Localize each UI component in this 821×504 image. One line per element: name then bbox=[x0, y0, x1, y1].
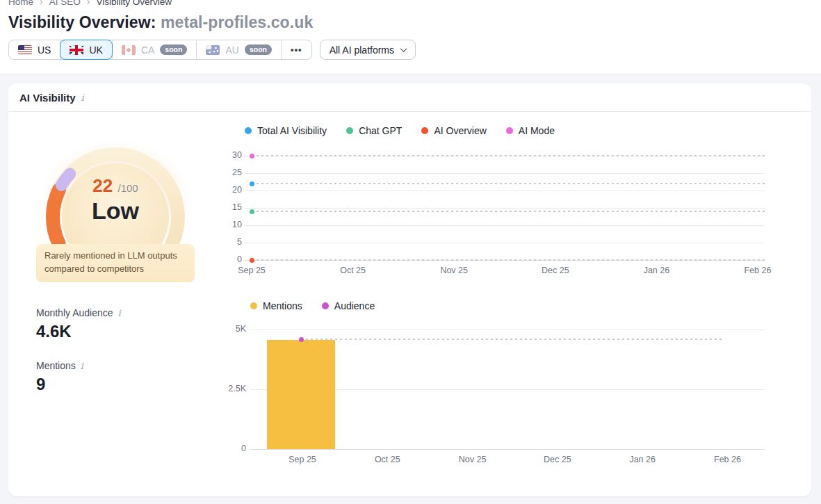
audience-legend-dot-icon bbox=[322, 302, 329, 309]
total-ai-visibility-point[interactable] bbox=[250, 181, 254, 186]
soon-badge: soon bbox=[160, 44, 187, 56]
ai-mode-projection-line bbox=[257, 155, 765, 156]
legend-item-total-ai-visibility[interactable]: Total AI Visibility bbox=[245, 125, 327, 136]
breadcrumb-home[interactable]: Home bbox=[8, 0, 33, 7]
tab-us[interactable]: US bbox=[9, 40, 60, 59]
breadcrumb-separator-icon: › bbox=[40, 0, 43, 7]
ai-mode-legend-dot-icon bbox=[506, 127, 513, 134]
monthly-audience-label-text: Monthly Audience bbox=[36, 307, 113, 318]
y-axis-label: 5 bbox=[210, 237, 242, 247]
x-axis-label: Oct 25 bbox=[329, 266, 377, 275]
more-countries-button[interactable]: ••• bbox=[282, 40, 311, 59]
ca-flag-icon bbox=[122, 45, 136, 55]
tab-au[interactable]: AU soon bbox=[197, 40, 282, 59]
legend-item-audience[interactable]: Audience bbox=[322, 300, 375, 311]
y-axis-label: 30 bbox=[210, 150, 242, 160]
tab-uk-label: UK bbox=[89, 44, 102, 56]
uk-flag-icon bbox=[70, 45, 83, 55]
gridline bbox=[245, 243, 765, 243]
page-title-domain: metal-profiles.co.uk bbox=[161, 13, 313, 31]
monthly-audience-value: 4.6K bbox=[36, 322, 72, 341]
x-axis-label: Nov 25 bbox=[430, 266, 478, 275]
legend-item-ai-overview[interactable]: AI Overview bbox=[421, 125, 486, 136]
country-tab-group: US UK CA soon AU soon ••• bbox=[8, 40, 312, 60]
page-title-prefix: Visibility Overview: bbox=[8, 13, 156, 31]
ai-overview-legend-dot-icon bbox=[421, 127, 428, 134]
ai-overview-point[interactable] bbox=[250, 258, 254, 263]
ai-platforms-dropdown-value: All AI platforms bbox=[330, 44, 394, 56]
legend-item-ai-mode[interactable]: AI Mode bbox=[506, 125, 555, 136]
chat-gpt-projection-line bbox=[257, 211, 765, 212]
info-icon[interactable]: i bbox=[81, 93, 84, 102]
visibility-gauge bbox=[39, 133, 192, 252]
tab-us-label: US bbox=[38, 44, 51, 56]
info-icon[interactable]: i bbox=[81, 361, 83, 371]
au-flag-icon bbox=[206, 45, 220, 55]
gauge-inner-disc bbox=[62, 163, 169, 252]
us-flag-icon bbox=[18, 45, 32, 55]
x-axis-label: Oct 25 bbox=[363, 455, 412, 464]
legend-item-mentions[interactable]: Mentions bbox=[250, 300, 302, 311]
chat-gpt-legend-label: Chat GPT bbox=[359, 125, 402, 136]
x-axis-label: Sep 25 bbox=[278, 455, 327, 464]
ai-overview-legend-label: AI Overview bbox=[434, 125, 486, 136]
chevron-down-icon bbox=[400, 45, 407, 52]
y-axis-label: 5K bbox=[214, 324, 246, 334]
x-axis-label: Jan 26 bbox=[632, 266, 681, 275]
audience-legend-label: Audience bbox=[334, 300, 375, 311]
mentions-label: Mentions i bbox=[36, 360, 83, 371]
mentions-label-text: Mentions bbox=[36, 360, 76, 371]
y-axis-label: 2.5K bbox=[214, 384, 246, 393]
ai-visibility-chart-legend: Total AI VisibilityChat GPTAI OverviewAI… bbox=[245, 125, 555, 136]
card-header: AI Visibility i bbox=[8, 83, 811, 112]
toolbar: US UK CA soon AU soon ••• All AI platfor… bbox=[8, 40, 416, 60]
ai-platforms-dropdown[interactable]: All AI platforms bbox=[320, 40, 416, 60]
breadcrumb-separator-icon: › bbox=[87, 0, 90, 7]
audience-point[interactable] bbox=[299, 337, 304, 342]
x-axis-label: Jan 26 bbox=[618, 455, 667, 464]
gauge-marker-arc bbox=[61, 174, 70, 185]
info-icon[interactable]: i bbox=[118, 309, 121, 318]
soon-badge: soon bbox=[245, 44, 272, 56]
x-axis-label: Sep 25 bbox=[227, 266, 276, 275]
audience-projection-line bbox=[306, 339, 722, 340]
x-axis-label: Dec 25 bbox=[533, 455, 582, 464]
y-axis-label: 0 bbox=[214, 444, 246, 453]
gridline bbox=[250, 449, 765, 450]
breadcrumb: Home › AI SEO › Visibility Overview bbox=[8, 0, 172, 7]
mentions-legend-dot-icon bbox=[250, 302, 257, 309]
breadcrumb-ai-seo[interactable]: AI SEO bbox=[49, 0, 81, 7]
mentions-bar[interactable] bbox=[267, 340, 335, 449]
ai-mode-legend-label: AI Mode bbox=[519, 125, 555, 136]
ai-mode-point[interactable] bbox=[250, 154, 254, 158]
total-ai-visibility-legend-label: Total AI Visibility bbox=[257, 125, 327, 136]
card-title: AI Visibility bbox=[19, 92, 76, 104]
gauge-note: Rarely mentioned in LLM outputs compared… bbox=[36, 244, 195, 282]
y-axis-label: 0 bbox=[210, 254, 242, 264]
total-ai-visibility-legend-dot-icon bbox=[245, 127, 252, 134]
page-header: Home › AI SEO › Visibility Overview Visi… bbox=[0, 0, 821, 74]
mentions-audience-chart-legend: MentionsAudience bbox=[250, 300, 375, 311]
y-axis-label: 10 bbox=[210, 220, 242, 229]
total-ai-visibility-projection-line bbox=[257, 183, 765, 184]
tab-uk[interactable]: UK bbox=[60, 40, 112, 59]
legend-item-chat-gpt[interactable]: Chat GPT bbox=[346, 125, 402, 136]
gridline bbox=[245, 208, 765, 209]
x-axis-label: Feb 26 bbox=[733, 266, 782, 275]
x-axis-label: Feb 26 bbox=[704, 455, 752, 464]
ai-visibility-card: AI Visibility i 22 /100 Low Rarely menti… bbox=[8, 83, 811, 496]
page-title: Visibility Overview: metal-profiles.co.u… bbox=[8, 13, 313, 32]
gridline bbox=[245, 190, 765, 191]
gridline bbox=[250, 330, 765, 330]
y-axis-label: 20 bbox=[210, 185, 242, 195]
tab-ca[interactable]: CA soon bbox=[113, 40, 197, 59]
breadcrumb-current: Visibility Overview bbox=[96, 0, 172, 7]
gridline bbox=[245, 225, 765, 226]
x-axis-label: Nov 25 bbox=[448, 455, 497, 464]
tab-au-label: AU bbox=[225, 44, 238, 56]
monthly-audience-label: Monthly Audience i bbox=[36, 307, 121, 318]
chat-gpt-point[interactable] bbox=[250, 209, 254, 214]
mentions-value: 9 bbox=[36, 375, 45, 394]
mentions-legend-label: Mentions bbox=[263, 300, 302, 311]
ellipsis-icon: ••• bbox=[291, 44, 302, 55]
